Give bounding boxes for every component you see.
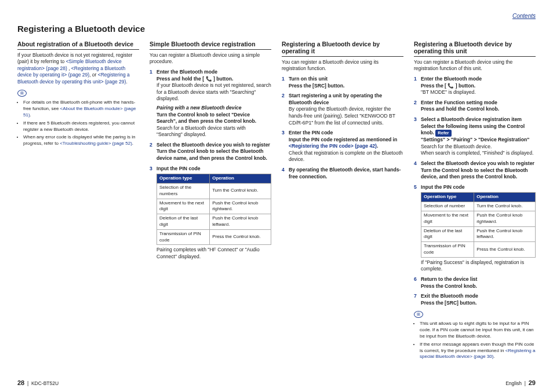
step-desc: Search for a Bluetooth device starts wit… bbox=[157, 125, 246, 138]
step-desc: Pairing completes with "HF Connect" or "… bbox=[157, 247, 271, 260]
body-text: You can register a Bluetooth device usin… bbox=[414, 59, 536, 72]
table-cell: Transmission of PIN code bbox=[421, 242, 474, 258]
table-header: Operation type bbox=[157, 174, 210, 184]
link-troubleshoot[interactable]: <Troubleshooting guide> (page 52) bbox=[60, 141, 132, 146]
step-1: 1Turn on this unitPress the [SRC] button… bbox=[282, 76, 403, 89]
table-cell: Push the Control knob rightward. bbox=[210, 199, 271, 214]
note-list: This unit allows up to eight digits to b… bbox=[414, 321, 536, 360]
step-6: 6Return to the device listPress the Cont… bbox=[414, 276, 536, 290]
step-action: Press the [ 📞 ] button. bbox=[421, 83, 536, 90]
note-item: If the error message appears even though… bbox=[420, 342, 536, 360]
column-4: Registering a Bluetooth device by operat… bbox=[414, 39, 536, 375]
section-heading: About registration of a Bluetooth device bbox=[17, 41, 139, 50]
step-4: 4By operating the Bluetooth device, star… bbox=[282, 167, 403, 180]
table-cell: Turn the Control knob. bbox=[474, 202, 536, 211]
step-title: Enter the Bluetooth mode bbox=[421, 76, 536, 83]
table-cell: Push the Control knob rightward. bbox=[474, 211, 536, 226]
step-number: 3 bbox=[414, 116, 417, 123]
text: . bbox=[30, 112, 31, 118]
step-3: 3Select a Bluetooth device registration … bbox=[414, 116, 536, 157]
body-text: You can register a Bluetooth device usin… bbox=[150, 52, 271, 65]
section-heading: Registering a Bluetooth device by operat… bbox=[414, 41, 536, 57]
table-cell: Movement to the next digit bbox=[421, 211, 474, 226]
page-number-left: 28 bbox=[17, 379, 24, 386]
page-footer: 28 | KDC-BT52U English | 29 bbox=[17, 375, 536, 386]
pin-table: Operation typeOperationSelection of the … bbox=[157, 174, 271, 245]
step-number: 1 bbox=[150, 69, 152, 76]
step-1: 1Enter the Bluetooth modePress and hold … bbox=[150, 69, 271, 138]
step-title: Enter the Function setting mode bbox=[421, 100, 536, 107]
table-header: Operation bbox=[474, 193, 536, 202]
table-cell: Press the Control knob. bbox=[474, 242, 536, 258]
language-label: English bbox=[505, 380, 522, 386]
text: . bbox=[132, 141, 133, 146]
note-list: For details on the Bluetooth cell-phone … bbox=[17, 100, 139, 147]
note-item: When any error code is displayed while t… bbox=[23, 134, 139, 147]
step-number: 6 bbox=[414, 276, 417, 283]
note-item: If there are 5 Bluetooth devices registe… bbox=[23, 120, 139, 133]
footer-left: 28 | KDC-BT52U bbox=[17, 379, 59, 386]
link-pin-code[interactable]: <Registering the PIN code> (page 42) bbox=[289, 143, 377, 149]
section-heading: Registering a Bluetooth device by operat… bbox=[282, 41, 403, 57]
note-item: For details on the Bluetooth cell-phone … bbox=[23, 100, 139, 118]
contents-link[interactable]: Contents bbox=[17, 13, 536, 19]
refer-badge: Refer bbox=[435, 130, 451, 137]
step-desc: When search is completed, "Finished" is … bbox=[421, 150, 536, 157]
text: . bbox=[377, 143, 378, 149]
step-action: Turn the Control knob to select the Blue… bbox=[157, 148, 271, 162]
step-1: 1Enter the Bluetooth modePress the [ 📞 ]… bbox=[414, 76, 536, 96]
column-1: About registration of a Bluetooth device… bbox=[17, 39, 139, 375]
step-action: Press the Control knob. bbox=[421, 283, 536, 290]
page-title: Registering a Bluetooth device bbox=[17, 24, 536, 34]
document-page: Contents Registering a Bluetooth device … bbox=[0, 0, 553, 392]
page-number-right: 29 bbox=[529, 379, 536, 386]
step-2: 2Select the Bluetooth device you wish to… bbox=[150, 142, 271, 162]
step-subhead: Pairing with a new Bluetooth device bbox=[157, 105, 271, 112]
step-3: 3Enter the PIN codeInput the PIN code re… bbox=[282, 130, 403, 163]
step-7: 7Exit the Bluetooth modePress the [SRC] … bbox=[414, 293, 536, 306]
step-5: 5Input the PIN code Operation typeOperat… bbox=[414, 184, 536, 273]
table-cell: Push the Control knob leftward. bbox=[210, 214, 271, 230]
text: , bbox=[67, 65, 71, 71]
column-container: About registration of a Bluetooth device… bbox=[17, 39, 536, 375]
text: . bbox=[493, 354, 494, 359]
note-icon: ⊞ bbox=[414, 311, 423, 318]
step-title: Enter the PIN code bbox=[289, 130, 403, 137]
table-cell: Deletion of the last digit bbox=[157, 214, 210, 230]
table-header: Operation bbox=[210, 174, 271, 184]
text: , or bbox=[89, 72, 98, 78]
step-action: Press the [SRC] button. bbox=[421, 300, 536, 307]
step-2: 2Enter the Function setting modePress an… bbox=[414, 100, 536, 113]
step-action: Turn the Control knob to select the Blue… bbox=[421, 167, 536, 181]
note-item: This unit allows up to eight digits to b… bbox=[420, 321, 536, 339]
table-cell: Press the Control knob. bbox=[210, 229, 271, 245]
table-header: Operation type bbox=[421, 193, 474, 202]
step-title: Select a Bluetooth device registration i… bbox=[421, 116, 536, 123]
footer-right: English | 29 bbox=[505, 379, 536, 386]
step-title: Select the Bluetooth device you wish to … bbox=[421, 160, 536, 167]
step-number: 1 bbox=[414, 76, 417, 83]
pin-table: Operation typeOperationSelection of numb… bbox=[421, 192, 536, 257]
table-cell: Transmission of PIN code bbox=[157, 229, 210, 245]
column-2: Simple Bluetooth device registration You… bbox=[150, 39, 271, 375]
section-heading: Simple Bluetooth device registration bbox=[150, 41, 271, 50]
step-title: By operating the Bluetooth device, start… bbox=[289, 167, 403, 180]
step-title: Input the PIN code bbox=[421, 184, 536, 191]
step-action: Press the [SRC] button. bbox=[289, 83, 403, 90]
text: Input the PIN code registered as mention… bbox=[289, 137, 397, 142]
body-text: You can register a Bluetooth device usin… bbox=[282, 59, 403, 72]
table-cell: Selection of the numbers bbox=[157, 184, 210, 199]
step-action: Press and hold the [ 📞 ] button. bbox=[157, 76, 271, 83]
step-number: 1 bbox=[282, 76, 285, 83]
table-cell: Turn the Control knob. bbox=[210, 184, 271, 199]
step-title: Return to the device list bbox=[421, 276, 536, 283]
step-4: 4Select the Bluetooth device you wish to… bbox=[414, 160, 536, 181]
step-number: 2 bbox=[414, 100, 417, 107]
step-desc: "BT MODE" is displayed. bbox=[421, 89, 476, 95]
step-title: Turn on this unit bbox=[289, 76, 403, 83]
table-cell: Movement to the next digit bbox=[157, 199, 210, 214]
step-number: 3 bbox=[282, 130, 285, 137]
body-text: If your Bluetooth device is not yet regi… bbox=[17, 52, 139, 85]
step-title: Start registering a unit by operating th… bbox=[289, 93, 403, 106]
table-cell: Selection of number bbox=[421, 202, 474, 211]
